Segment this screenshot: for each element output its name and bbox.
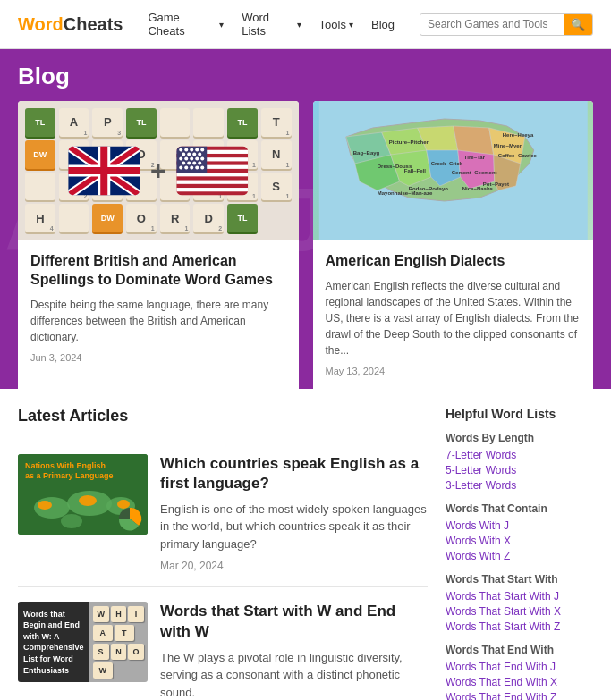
- sidebar-link-end-z[interactable]: Words That End With Z: [446, 691, 593, 700]
- flags-overlay: +: [68, 146, 249, 195]
- sidebar-helpful-word-lists: Helpful Word Lists Words By Length 7-Let…: [446, 407, 593, 700]
- sidebar-link-start-x[interactable]: Words That Start With X: [446, 605, 593, 618]
- sidebar-link-end-x[interactable]: Words That End With X: [446, 676, 593, 688]
- sidebar-heading-contain: Words That Contain: [446, 502, 593, 515]
- sidebar-heading-start: Words That Start With: [446, 573, 593, 586]
- article-item: Nations With English as a Primary Langua…: [18, 440, 428, 588]
- svg-rect-15: [177, 188, 249, 191]
- article-thumbnail-nations: Nations With English as a Primary Langua…: [18, 454, 148, 535]
- svg-point-22: [182, 152, 186, 156]
- svg-point-23: [188, 152, 191, 156]
- featured-card-dialects-date: May 13, 2024: [326, 366, 581, 376]
- svg-point-24: [193, 152, 197, 156]
- svg-rect-8: [100, 146, 107, 195]
- chevron-down-icon: ▾: [219, 20, 224, 30]
- us-map-svg: Bag~Bayg Picture~Pitcher Dress~Douss Fal…: [313, 101, 594, 240]
- featured-card-dialects-body: American English Dialects American Engli…: [313, 240, 594, 389]
- svg-point-34: [199, 161, 202, 164]
- article-title[interactable]: Which countries speak English as a first…: [160, 454, 428, 493]
- articles-section-title: Latest Articles: [18, 407, 428, 426]
- svg-point-39: [201, 165, 205, 169]
- sidebar-link-start-z[interactable]: Words That Start With Z: [446, 620, 593, 633]
- svg-point-18: [185, 148, 189, 151]
- sidebar-link-5letter[interactable]: 5-Letter Words: [446, 464, 593, 477]
- svg-point-29: [196, 156, 199, 160]
- svg-text:Mayonnaise~Man-aze: Mayonnaise~Man-aze: [377, 190, 432, 196]
- article-item: Words that Begin and End with W: A Compr…: [18, 587, 428, 700]
- sidebar-link-words-x[interactable]: Words With X: [446, 535, 593, 547]
- svg-point-62: [38, 501, 52, 510]
- svg-text:Creek~Crick: Creek~Crick: [430, 161, 462, 166]
- svg-point-27: [185, 156, 189, 160]
- logo[interactable]: WordCheats: [18, 14, 123, 35]
- sidebar-link-7letter[interactable]: 7-Letter Words: [446, 449, 593, 461]
- featured-card-title: Different British and American Spellings…: [30, 252, 286, 290]
- sidebar-link-3letter[interactable]: 3-Letter Words: [446, 479, 593, 492]
- us-flag: [177, 146, 249, 195]
- svg-text:Pot~Payet: Pot~Payet: [482, 181, 508, 187]
- article-thumbnail-words-w: Words that Begin and End with W: A Compr…: [18, 602, 148, 682]
- svg-text:as a Primary Language: as a Primary Language: [25, 471, 114, 480]
- sidebar-heading-length: Words By Length: [446, 432, 593, 444]
- plus-icon: +: [150, 156, 166, 186]
- svg-point-33: [193, 161, 197, 164]
- search-input[interactable]: [420, 14, 564, 34]
- article-title[interactable]: Words that Start with W and End with W: [160, 602, 428, 641]
- page-title: Blog: [18, 63, 593, 90]
- svg-point-38: [196, 165, 199, 169]
- thumb-words-w-text: Words that Begin and End with W: A Compr…: [23, 609, 84, 677]
- sidebar-link-end-j[interactable]: Words That End With J: [446, 661, 593, 673]
- sidebar-link-words-j[interactable]: Words With J: [446, 519, 593, 532]
- main-nav: Game Cheats ▾ Word Lists ▾ Tools ▾ Blog: [140, 7, 402, 41]
- svg-point-21: [201, 148, 205, 151]
- svg-text:Cement~Ceement: Cement~Ceement: [451, 170, 496, 175]
- blog-hero: A p B d J A D Blog TL A1 P3 TL TL T1 DW: [0, 49, 611, 389]
- chevron-down-icon: ▾: [297, 20, 301, 30]
- search-button[interactable]: 🔍: [564, 14, 592, 35]
- featured-card-dialects-title: American English Dialects: [326, 252, 581, 271]
- featured-image-flags: TL A1 P3 TL TL T1 DW B3 E1 D2 I1 N1: [18, 101, 299, 240]
- featured-articles: TL A1 P3 TL TL T1 DW B3 E1 D2 I1 N1: [18, 101, 593, 389]
- logo-cheats: Cheats: [64, 14, 123, 34]
- svg-point-17: [180, 148, 183, 151]
- articles-section: Latest Articles Nations With English as …: [18, 407, 428, 700]
- svg-text:Fall~Fell: Fall~Fell: [403, 168, 426, 173]
- sidebar-title: Helpful Word Lists: [446, 407, 593, 421]
- nav-game-cheats[interactable]: Game Cheats ▾: [140, 7, 231, 41]
- article-content: Words that Start with W and End with W T…: [160, 602, 428, 700]
- featured-card-dialects: Dialects of the United States: [313, 101, 594, 389]
- featured-card-description: Despite being the same language, there a…: [30, 297, 286, 345]
- featured-card-dialects-description: American English reflects the diverse cu…: [326, 278, 581, 358]
- article-date: Mar 20, 2024: [160, 560, 428, 572]
- svg-point-32: [188, 161, 191, 164]
- sidebar-link-start-j[interactable]: Words That Start With J: [446, 590, 593, 603]
- svg-rect-13: [177, 173, 249, 176]
- uk-flag: [68, 146, 140, 195]
- featured-card-british-american: TL A1 P3 TL TL T1 DW B3 E1 D2 I1 N1: [18, 101, 299, 389]
- svg-point-63: [79, 495, 97, 506]
- featured-card-body: Different British and American Spellings…: [18, 240, 299, 375]
- sidebar: Helpful Word Lists Words By Length 7-Let…: [446, 407, 593, 700]
- search-box: 🔍: [420, 13, 593, 36]
- svg-point-20: [196, 148, 199, 151]
- svg-text:Mine~Myen: Mine~Myen: [493, 143, 522, 148]
- sidebar-link-words-z[interactable]: Words With Z: [446, 550, 593, 562]
- svg-point-19: [191, 148, 194, 151]
- logo-word: Word: [18, 14, 64, 34]
- svg-point-37: [191, 165, 194, 169]
- nav-word-lists[interactable]: Word Lists ▾: [234, 7, 308, 41]
- svg-point-35: [180, 165, 183, 169]
- svg-point-64: [117, 500, 130, 509]
- svg-rect-14: [177, 180, 249, 183]
- nav-blog[interactable]: Blog: [364, 14, 402, 35]
- chevron-down-icon: ▾: [349, 20, 353, 30]
- article-description: The W plays a pivotal role in linguistic…: [160, 649, 428, 700]
- header: WordCheats Game Cheats ▾ Word Lists ▾ To…: [0, 0, 611, 49]
- nav-tools[interactable]: Tools ▾: [312, 14, 361, 35]
- svg-point-36: [185, 165, 189, 169]
- svg-text:Here~Heeya: Here~Heeya: [502, 132, 533, 138]
- article-description: English is one of the most widely spoken…: [160, 501, 428, 553]
- featured-image-map: Dialects of the United States: [313, 101, 594, 240]
- svg-text:Picture~Pitcher: Picture~Pitcher: [388, 139, 429, 145]
- sidebar-heading-end: Words That End With: [446, 644, 593, 656]
